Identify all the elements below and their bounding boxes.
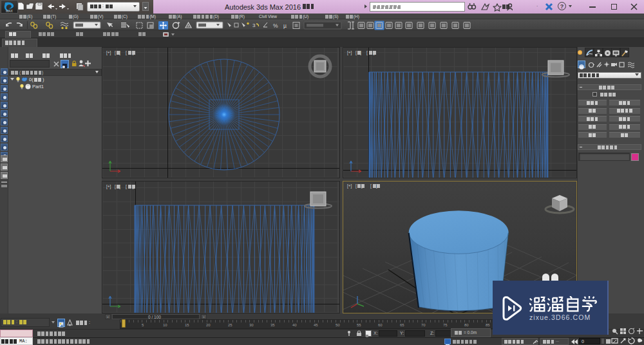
svg-text:3: 3 [252, 23, 256, 28]
svg-text:MAX: MAX [6, 9, 14, 13]
svg-text:%: % [273, 23, 278, 29]
svg-text:µ: µ [283, 23, 287, 29]
